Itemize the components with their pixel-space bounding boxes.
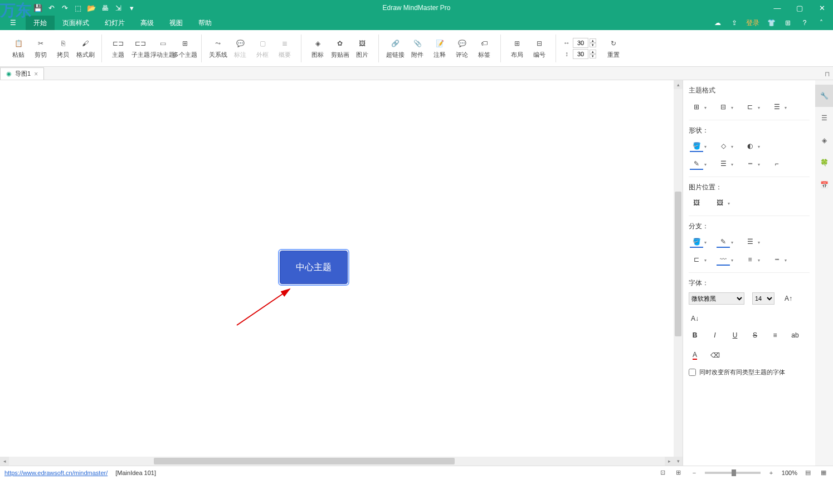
minimize-button[interactable]: — xyxy=(766,0,788,16)
height-spinner[interactable]: ▴▾ xyxy=(590,50,596,58)
scroll-left-icon[interactable]: ◂ xyxy=(0,457,9,466)
zoom-slider[interactable] xyxy=(705,472,761,474)
branch-weight-button[interactable]: ☰▾ xyxy=(742,236,761,249)
font-increase-button[interactable]: A↑ xyxy=(782,292,795,305)
font-size-select[interactable]: 14 xyxy=(752,292,774,305)
menu-page-style[interactable]: 页面样式 xyxy=(55,16,97,30)
font-color-button[interactable]: A xyxy=(689,349,701,361)
close-button[interactable]: ✕ xyxy=(811,0,833,16)
width-input[interactable] xyxy=(573,38,588,48)
branch-pen-button[interactable]: ✎▾ xyxy=(715,236,734,249)
vertical-scrollbar[interactable]: ▴ ▾ xyxy=(674,80,683,466)
branch-color-button[interactable]: 🪣▾ xyxy=(689,236,708,249)
scroll-down-icon[interactable]: ▾ xyxy=(674,457,683,466)
image-left-button[interactable]: 🖼 xyxy=(689,197,704,210)
maximize-button[interactable]: ▢ xyxy=(788,0,811,16)
open-icon[interactable]: 📂 xyxy=(87,3,96,12)
zoom-in-icon[interactable]: + xyxy=(766,468,776,478)
paste-button[interactable]: 📋粘贴 xyxy=(8,32,29,65)
cut-button[interactable]: ✂剪切 xyxy=(30,32,51,65)
view-mode2-icon[interactable]: ▦ xyxy=(819,468,829,478)
note-button[interactable]: 📝注释 xyxy=(429,32,450,65)
reset-button[interactable]: ↻重置 xyxy=(603,32,624,65)
floating-topic-button[interactable]: ▭浮动主题 xyxy=(152,32,173,65)
menu-advanced[interactable]: 高级 xyxy=(133,16,162,30)
view-mode1-icon[interactable]: ▤ xyxy=(803,468,813,478)
branch-style-button[interactable]: ⊏▾ xyxy=(689,253,708,267)
branch-taper-button[interactable]: ≡▾ xyxy=(742,253,761,267)
list-layout-button[interactable]: ☰▾ xyxy=(769,101,788,114)
horizontal-scrollbar[interactable]: ◂ ▸ xyxy=(0,457,674,466)
copy-button[interactable]: ⎘拷贝 xyxy=(52,32,74,65)
tree-layout-button[interactable]: ⊟▾ xyxy=(715,101,734,114)
sidetab-clipart[interactable]: 🍀 xyxy=(815,151,833,174)
number-button[interactable]: ⊟编号 xyxy=(529,32,550,65)
mindmap-layout-button[interactable]: ⊞▾ xyxy=(689,101,708,114)
save-icon[interactable]: 💾 xyxy=(33,3,42,12)
marker-button[interactable]: ◈图标 xyxy=(307,32,328,65)
zoom-thumb[interactable] xyxy=(732,469,736,476)
tag-button[interactable]: 🏷标签 xyxy=(474,32,495,65)
topic-button[interactable]: ⊏⊐主题 xyxy=(108,32,129,65)
strike-button[interactable]: S xyxy=(749,329,761,341)
indent-button[interactable]: ⊏▾ xyxy=(742,101,761,114)
share-icon[interactable]: ⇪ xyxy=(729,18,739,28)
center-topic-node[interactable]: 中心主题 xyxy=(280,251,348,284)
qat-more-icon[interactable]: ▾ xyxy=(127,3,136,12)
clear-format-button[interactable]: ⌫ xyxy=(709,349,721,361)
pin-panel-icon[interactable]: ⊓ xyxy=(825,70,830,78)
multi-topic-button[interactable]: ⊞多个主题 xyxy=(174,32,196,65)
line-color-button[interactable]: ✎▾ xyxy=(689,158,708,171)
picture-button[interactable]: 🖼图片 xyxy=(352,32,373,65)
status-url[interactable]: https://www.edrawsoft.cn/mindmaster/ xyxy=(4,469,108,476)
apply-all-checkbox[interactable] xyxy=(689,369,696,376)
cloud-icon[interactable]: ☁ xyxy=(713,18,723,28)
login-link[interactable]: 登录 xyxy=(746,18,759,28)
print-icon[interactable]: 🖶 xyxy=(100,3,109,12)
scroll-right-icon[interactable]: ▸ xyxy=(665,457,674,466)
comment-button[interactable]: 💬评论 xyxy=(451,32,472,65)
fit-page-icon[interactable]: ⊡ xyxy=(658,468,668,478)
font-family-select[interactable]: 微软雅黑 xyxy=(689,292,744,305)
clipart-button[interactable]: ✿剪贴画 xyxy=(329,32,350,65)
attachment-button[interactable]: 📎附件 xyxy=(407,32,428,65)
line-dash-button[interactable]: ┉▾ xyxy=(742,158,761,171)
new-icon[interactable]: ⬚ xyxy=(74,3,82,12)
sidetab-style[interactable]: 🔧 xyxy=(815,85,833,107)
collapse-ribbon-icon[interactable]: ˄ xyxy=(816,18,826,28)
fit-width-icon[interactable]: ⊞ xyxy=(674,468,684,478)
underline-button[interactable]: U xyxy=(729,329,741,341)
bold-button[interactable]: B xyxy=(689,329,701,341)
image-right-button[interactable]: 🖼▾ xyxy=(712,197,731,210)
tab-close-icon[interactable]: × xyxy=(34,70,38,78)
relation-button[interactable]: ⤳关系线 xyxy=(207,32,228,65)
zoom-out-icon[interactable]: − xyxy=(689,468,699,478)
branch-dash-button[interactable]: ┉▾ xyxy=(769,253,788,267)
shirt-icon[interactable]: 👕 xyxy=(766,18,776,28)
width-spinner[interactable]: ▴▾ xyxy=(590,38,596,47)
font-decrease-button[interactable]: A↓ xyxy=(689,312,701,325)
branch-curve-button[interactable]: 〰▾ xyxy=(715,253,734,267)
menu-help-icon[interactable]: ? xyxy=(800,18,810,28)
sidetab-task[interactable]: 📅 xyxy=(815,174,833,196)
border-style-button[interactable]: ◇▾ xyxy=(715,140,734,153)
hyperlink-button[interactable]: 🔗超链接 xyxy=(384,32,406,65)
export-icon[interactable]: ⇲ xyxy=(114,3,123,12)
canvas[interactable]: 中心主题 ▴ ▾ ◂ ▸ xyxy=(0,80,683,466)
menu-slides[interactable]: 幻灯片 xyxy=(97,16,133,30)
undo-icon[interactable]: ↶ xyxy=(47,3,56,12)
line-weight-button[interactable]: ☰▾ xyxy=(715,158,734,171)
sidetab-outline[interactable]: ☰ xyxy=(815,107,833,129)
corner-button[interactable]: ⌐ xyxy=(769,158,785,171)
layout-button[interactable]: ⊞布局 xyxy=(506,32,528,65)
highlight-button[interactable]: ab xyxy=(789,329,801,341)
apps-icon[interactable]: ⊞ xyxy=(783,18,793,28)
sidetab-icon[interactable]: ◈ xyxy=(815,129,833,151)
format-painter-button[interactable]: 🖌格式刷 xyxy=(75,32,96,65)
fill-color-button[interactable]: 🪣▾ xyxy=(689,140,708,153)
scroll-up-icon[interactable]: ▴ xyxy=(674,80,683,89)
menu-help[interactable]: 帮助 xyxy=(191,16,220,30)
v-scroll-thumb[interactable] xyxy=(675,192,681,336)
italic-button[interactable]: I xyxy=(709,329,721,341)
shadow-button[interactable]: ◐▾ xyxy=(742,140,761,153)
